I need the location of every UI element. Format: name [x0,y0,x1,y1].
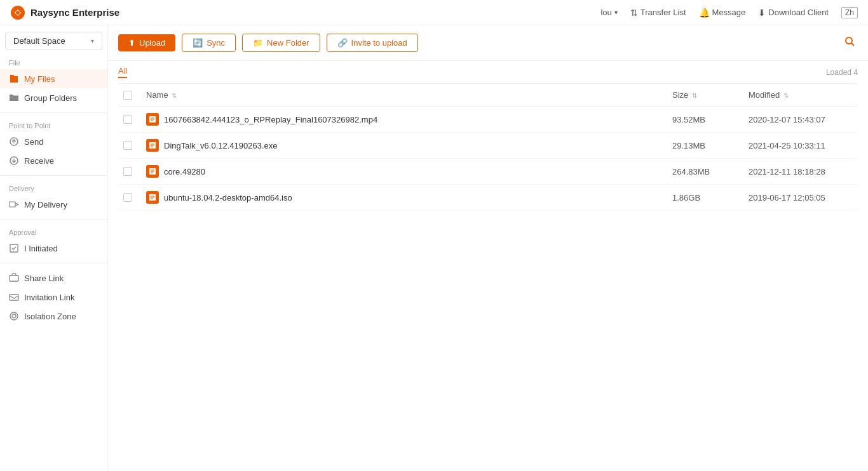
new-folder-button[interactable]: 📁 New Folder [242,34,320,52]
sidebar-item-label: Isolation Zone [24,312,76,321]
upload-button[interactable]: ⬆ Upload [118,34,175,51]
header: Raysync Enterprise lou ▾ ⇅ Transfer List… [0,0,868,25]
sidebar-item-label: My Files [24,74,55,84]
divider [0,112,107,113]
row-size-cell: 264.83MB [667,159,743,185]
file-name[interactable]: 1607663842.444123_o_RPReplay_Final160732… [164,115,377,124]
row-name-cell: core.49280 [141,159,642,185]
upload-icon: ⬆ [128,38,135,48]
row-checkbox-cell [118,159,141,185]
main-layout: Default Space ▾ File My Files Group Fold… [0,25,868,471]
download-client-button[interactable]: ⬇ Download Client [758,8,829,18]
row-actions-cell: ··· [642,159,667,185]
sidebar-item-i-initiated[interactable]: I Initiated [0,239,107,258]
row-checkbox[interactable] [123,115,132,124]
sidebar-item-label: Group Folders [24,93,77,103]
isolation-icon [9,311,19,321]
row-actions-cell: ··· [642,133,667,159]
filter-tab-all[interactable]: All [118,66,127,78]
bell-icon: 🔔 [699,8,710,18]
svg-rect-4 [10,244,18,252]
svg-point-8 [12,314,16,318]
files-icon [9,74,19,84]
sidebar-item-share-link[interactable]: Share Link [0,269,107,288]
sync-icon: 🔄 [193,38,203,48]
message-button[interactable]: 🔔 Message [699,8,746,18]
sort-icon: ⇅ [783,92,789,99]
row-checkbox[interactable] [123,141,132,150]
col-header-size[interactable]: Size ⇅ [667,84,743,107]
sidebar-item-receive[interactable]: Receive [0,151,107,170]
file-name-container: core.49280 [146,165,637,178]
sidebar-item-label: Send [24,137,43,147]
language-switcher[interactable]: Zh [841,7,858,18]
file-name[interactable]: ubuntu-18.04.2-desktop-amd64.iso [164,193,292,202]
invite-upload-button[interactable]: 🔗 Invite to upload [327,34,418,52]
toolbar: ⬆ Upload 🔄 Sync 📁 New Folder 🔗 Invite to… [108,25,868,61]
svg-line-10 [851,43,854,46]
file-name[interactable]: DingTalk_v6.0.12.4190263.exe [164,141,278,150]
col-header-modified[interactable]: Modified ⇅ [743,84,858,107]
transfer-icon: ⇅ [630,8,638,18]
receive-icon [9,156,19,166]
row-checkbox[interactable] [123,193,132,202]
sort-icon: ⇅ [172,92,177,99]
divider [0,263,107,263]
sidebar-item-my-delivery[interactable]: My Delivery [0,195,107,214]
svg-rect-5 [10,275,18,281]
sidebar-item-group-folders[interactable]: Group Folders [0,88,107,107]
file-name-container: DingTalk_v6.0.12.4190263.exe [146,139,637,152]
share-link-icon [9,273,19,283]
file-size: 264.83MB [672,167,710,176]
sidebar-item-send[interactable]: Send [0,132,107,151]
table-row: DingTalk_v6.0.12.4190263.exe ··· 29.13MB… [118,133,858,159]
delivery-icon [9,199,19,209]
col-header-checkbox[interactable] [118,84,141,107]
table-header: Name ⇅ Size ⇅ Modified ⇅ [118,84,858,107]
divider [0,175,107,176]
file-type-icon [146,191,159,204]
col-header-actions [642,84,667,107]
row-name-cell: DingTalk_v6.0.12.4190263.exe [141,133,642,159]
toolbar-right [841,33,858,53]
chevron-down-icon: ▾ [91,37,94,44]
file-name-container: 1607663842.444123_o_RPReplay_Final160732… [146,113,637,126]
row-modified-cell: 2021-12-11 18:18:28 [743,159,858,185]
file-size: 93.52MB [672,115,705,124]
sidebar-item-label: Receive [24,156,54,166]
divider [0,219,107,220]
header-right: lou ▾ ⇅ Transfer List 🔔 Message ⬇ Downlo… [600,7,858,18]
file-area: All Loaded 4 Name ⇅ Si [108,61,868,471]
section-label-delivery: Delivery [0,181,107,195]
file-size: 29.13MB [672,141,705,150]
sidebar-item-label: My Delivery [24,200,67,209]
transfer-list-button[interactable]: ⇅ Transfer List [630,8,686,18]
row-name-cell: 1607663842.444123_o_RPReplay_Final160732… [141,107,642,133]
main-content: ⬆ Upload 🔄 Sync 📁 New Folder 🔗 Invite to… [108,25,868,471]
search-button[interactable] [841,33,858,53]
send-icon [9,136,19,147]
file-modified: 2021-12-11 18:18:28 [749,167,825,176]
chevron-down-icon: ▾ [614,9,618,16]
sync-button[interactable]: 🔄 Sync [182,34,236,52]
select-all-checkbox[interactable] [123,91,132,100]
new-folder-icon: 📁 [253,38,263,48]
user-menu[interactable]: lou ▾ [600,8,617,17]
logo-icon [10,5,25,20]
download-icon: ⬇ [758,8,766,18]
col-header-name[interactable]: Name ⇅ [141,84,642,107]
row-size-cell: 93.52MB [667,107,743,133]
file-modified: 2021-04-25 10:33:11 [749,141,825,150]
folder-icon [9,93,19,103]
row-checkbox[interactable] [123,167,132,176]
sidebar-item-my-files[interactable]: My Files [0,69,107,88]
file-name[interactable]: core.49280 [164,167,205,176]
user-label: lou [600,8,611,17]
file-size: 1.86GB [672,193,700,202]
row-size-cell: 1.86GB [667,185,743,211]
sidebar-item-isolation-zone[interactable]: Isolation Zone [0,307,107,326]
space-selector[interactable]: Default Space ▾ [5,32,102,50]
file-table: Name ⇅ Size ⇅ Modified ⇅ [118,84,858,211]
svg-point-1 [16,11,20,15]
sidebar-item-invitation-link[interactable]: Invitation Link [0,288,107,307]
